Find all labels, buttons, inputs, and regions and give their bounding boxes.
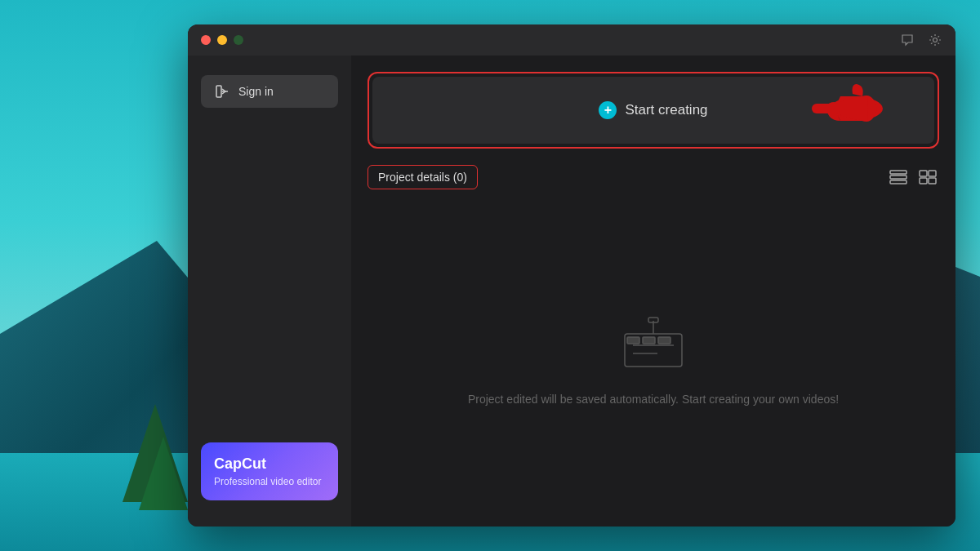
- list-view-button[interactable]: [887, 168, 910, 186]
- brand-card: CapCut Professional video editor: [201, 442, 338, 500]
- sidebar: Sign in CapCut Professional video editor: [188, 56, 351, 527]
- grid-view-button[interactable]: [916, 168, 939, 186]
- app-body: Sign in CapCut Professional video editor…: [188, 56, 956, 527]
- main-content: + Start creating: [351, 56, 956, 527]
- minimize-button[interactable]: [217, 35, 227, 45]
- title-bar: [188, 24, 956, 56]
- svg-rect-17: [627, 337, 639, 344]
- app-window: Sign in CapCut Professional video editor…: [188, 24, 956, 527]
- start-creating-wrapper: + Start creating: [368, 72, 939, 149]
- svg-rect-18: [643, 337, 655, 344]
- svg-point-3: [831, 97, 883, 120]
- svg-rect-7: [890, 180, 906, 184]
- maximize-button[interactable]: [234, 35, 243, 45]
- chat-icon[interactable]: [900, 33, 915, 47]
- sign-in-icon: [214, 83, 230, 100]
- empty-state-icon: [612, 311, 694, 376]
- svg-rect-9: [929, 171, 936, 176]
- svg-rect-1: [216, 86, 221, 97]
- project-details-header: Project details (0): [368, 165, 939, 189]
- view-toggle: [887, 168, 939, 186]
- sign-in-button[interactable]: Sign in: [201, 75, 338, 108]
- settings-icon[interactable]: [928, 33, 942, 47]
- traffic-lights: [201, 35, 243, 45]
- empty-state: Project edited will be saved automatical…: [368, 206, 939, 510]
- sign-in-label: Sign in: [238, 85, 274, 98]
- svg-rect-19: [658, 337, 670, 344]
- empty-state-text: Project edited will be saved automatical…: [468, 393, 839, 406]
- svg-rect-11: [929, 178, 936, 184]
- svg-rect-5: [890, 171, 906, 174]
- close-button[interactable]: [201, 35, 211, 45]
- svg-rect-10: [920, 178, 927, 184]
- sidebar-bottom: CapCut Professional video editor: [188, 429, 351, 513]
- start-creating-button[interactable]: + Start creating: [372, 77, 934, 144]
- brand-name: CapCut: [214, 455, 325, 473]
- hand-cursor: [804, 68, 885, 153]
- svg-rect-4: [812, 104, 840, 113]
- plus-icon: +: [599, 101, 617, 119]
- svg-rect-8: [920, 171, 927, 176]
- project-details-label: Project details (0): [368, 165, 478, 189]
- svg-point-0: [933, 38, 938, 42]
- title-bar-icons: [900, 33, 942, 47]
- start-creating-label: Start creating: [625, 102, 707, 118]
- svg-rect-6: [890, 176, 906, 179]
- brand-tagline: Professional video editor: [214, 476, 325, 487]
